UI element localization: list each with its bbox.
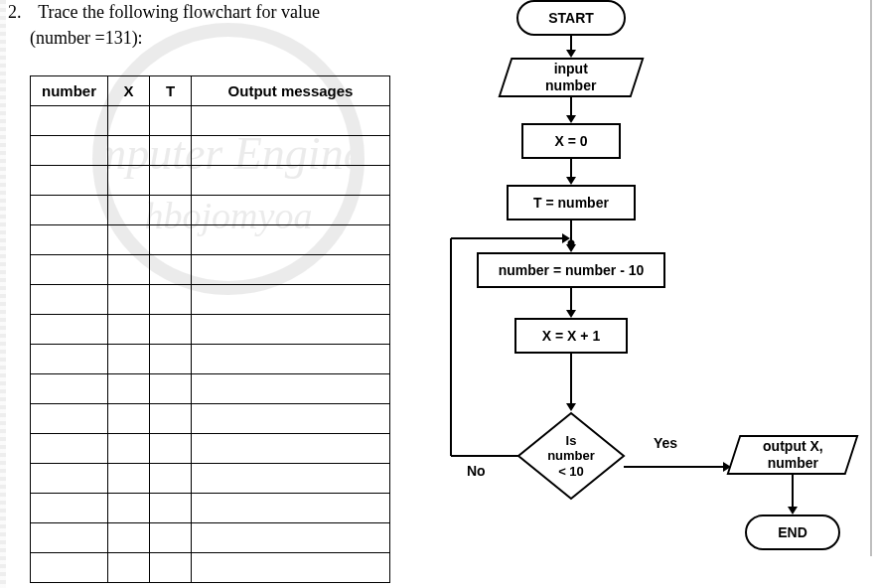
table-cell	[31, 374, 108, 404]
table-cell	[108, 434, 150, 464]
flow-input-label: input number	[545, 61, 596, 94]
svg-marker-13	[566, 403, 576, 411]
table-cell	[192, 523, 390, 553]
question-number: 2.	[8, 2, 34, 23]
table-cell	[31, 553, 108, 583]
flowchart: START input number X = 0 T = number	[427, 0, 874, 588]
table-cell	[150, 523, 192, 553]
col-header-t: T	[150, 76, 192, 106]
page: 2. Trace the following flowchart for val…	[0, 0, 878, 588]
table-cell	[108, 255, 150, 285]
table-row	[31, 345, 390, 374]
table-cell	[108, 404, 150, 434]
question-subline: (number =131):	[30, 28, 143, 49]
question-line: 2. Trace the following flowchart for val…	[8, 2, 320, 23]
flow-start-label: START	[548, 10, 594, 27]
table-cell	[192, 374, 390, 404]
table-cell	[150, 285, 192, 315]
table-cell	[150, 374, 192, 404]
table-row	[31, 464, 390, 494]
table-cell	[150, 255, 192, 285]
label-yes: Yes	[654, 435, 677, 451]
table-row	[31, 136, 390, 166]
table-row	[31, 553, 390, 583]
svg-marker-6	[566, 177, 576, 185]
flow-t-number: T = number	[507, 185, 636, 220]
table-row	[31, 106, 390, 136]
arrow-yes	[624, 455, 731, 471]
flow-start: START	[516, 0, 626, 36]
table-cell	[108, 315, 150, 345]
table-row	[31, 434, 390, 464]
arrow-xinc-decision	[571, 354, 572, 414]
table-row	[31, 255, 390, 285]
table-cell	[192, 225, 390, 255]
flow-output: output X, number	[727, 435, 859, 475]
table-cell	[108, 494, 150, 523]
col-header-x: X	[108, 76, 150, 106]
table-cell	[192, 106, 390, 136]
arrow-x0-tnum	[571, 159, 572, 188]
table-cell	[150, 404, 192, 434]
table-cell	[108, 136, 150, 166]
table-cell	[108, 523, 150, 553]
table-cell	[31, 166, 108, 196]
table-cell	[192, 285, 390, 315]
table-cell	[31, 255, 108, 285]
table-cell	[192, 464, 390, 494]
table-cell	[108, 225, 150, 255]
table-row	[31, 494, 390, 523]
flow-x-increment-label: X = X + 1	[542, 328, 600, 345]
table-cell	[108, 166, 150, 196]
table-cell	[150, 464, 192, 494]
table-cell	[31, 315, 108, 345]
svg-marker-18	[788, 507, 798, 514]
table-cell	[192, 255, 390, 285]
table-row	[31, 196, 390, 225]
question-text: Trace the following flowchart for value	[38, 2, 320, 22]
table-cell	[31, 434, 108, 464]
table-cell	[150, 553, 192, 583]
flow-end-label: END	[778, 524, 807, 541]
page-right-edge	[870, 0, 872, 556]
arrow-dec10-xinc	[571, 288, 572, 321]
svg-marker-4	[566, 115, 576, 123]
table-cell	[31, 345, 108, 374]
table-row	[31, 404, 390, 434]
flow-output-label: output X, number	[763, 438, 823, 472]
table-cell	[31, 225, 108, 255]
table-cell	[192, 404, 390, 434]
table-cell	[31, 523, 108, 553]
table-cell	[192, 494, 390, 523]
table-header-row: number X T Output messages	[31, 76, 390, 106]
table-cell	[192, 345, 390, 374]
flow-input: input number	[499, 58, 645, 97]
arrow-input-x0	[571, 97, 572, 126]
flow-x-zero-label: X = 0	[554, 133, 587, 150]
col-header-number: number	[31, 76, 108, 106]
flow-t-number-label: T = number	[533, 195, 609, 212]
flow-x-zero: X = 0	[521, 123, 621, 159]
arrow-output-end	[793, 475, 794, 517]
table-cell	[31, 285, 108, 315]
table-cell	[31, 494, 108, 523]
table-cell	[108, 345, 150, 374]
table-cell	[108, 374, 150, 404]
table-cell	[192, 196, 390, 225]
label-no: No	[467, 463, 486, 479]
flow-x-increment: X = X + 1	[514, 318, 628, 354]
table-cell	[108, 106, 150, 136]
svg-marker-2	[566, 50, 576, 58]
table-row	[31, 315, 390, 345]
table-cell	[31, 136, 108, 166]
table-cell	[150, 196, 192, 225]
arrow-no-loop	[447, 238, 522, 466]
table-row	[31, 285, 390, 315]
table-cell	[31, 196, 108, 225]
page-binding-stripe	[0, 0, 6, 588]
table-cell	[31, 404, 108, 434]
table-cell	[31, 464, 108, 494]
table-cell	[192, 434, 390, 464]
table-cell	[192, 136, 390, 166]
table-cell	[150, 494, 192, 523]
